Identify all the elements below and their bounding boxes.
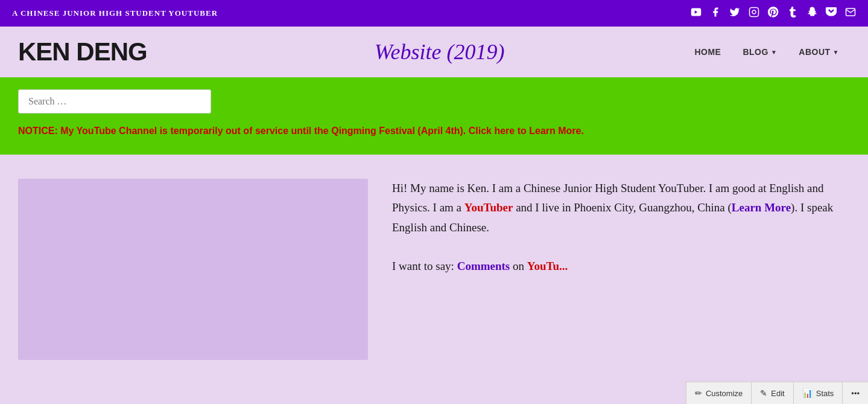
- site-header: KEN DENG Website (2019) HOME BLOG ▼ ABOU…: [0, 27, 868, 77]
- bottom-toolbar: ✏ Customize ✎ Edit 📊 Stats •••: [686, 382, 868, 384]
- nav-home[interactable]: HOME: [683, 42, 732, 62]
- email-icon[interactable]: [845, 7, 856, 21]
- top-bar: A CHINESE JUNIOR HIGH STUDENT YOUTUBER: [0, 0, 868, 27]
- snapchat-icon[interactable]: [806, 7, 817, 21]
- learn-more-link[interactable]: Learn More: [732, 201, 791, 214]
- stats-button[interactable]: 📊 Stats: [794, 382, 843, 384]
- bio-text-4: I want to say:: [392, 260, 457, 272]
- search-input[interactable]: [18, 89, 211, 114]
- bio-text: Hi! My name is Ken. I am a Chinese Junio…: [392, 179, 850, 360]
- profile-image: [18, 179, 368, 360]
- instagram-icon[interactable]: [749, 7, 759, 21]
- site-subtitle: Website (2019): [195, 39, 684, 65]
- social-icons: [691, 7, 856, 21]
- green-banner: NOTICE: My YouTube Channel is temporaril…: [0, 77, 868, 155]
- pocket-icon[interactable]: [826, 7, 837, 21]
- pinterest-icon[interactable]: [768, 7, 779, 21]
- bio-paragraph-1: Hi! My name is Ken. I am a Chinese Junio…: [392, 179, 850, 237]
- youtuber-link[interactable]: YouTuber: [464, 201, 513, 214]
- customize-button[interactable]: ✏ Customize: [686, 382, 752, 384]
- notice-text[interactable]: NOTICE: My YouTube Channel is temporaril…: [18, 126, 850, 136]
- bio-paragraph-2: I want to say: Comments on YouTu...: [392, 257, 850, 276]
- svg-rect-0: [750, 7, 759, 16]
- nav-about[interactable]: ABOUT ▼: [788, 42, 850, 62]
- comments-link[interactable]: Comments: [457, 260, 510, 272]
- blog-chevron-icon: ▼: [771, 49, 777, 56]
- tagline: A CHINESE JUNIOR HIGH STUDENT YOUTUBER: [12, 8, 218, 18]
- site-title: KEN DENG: [18, 37, 147, 66]
- tumblr-icon[interactable]: [787, 7, 798, 21]
- bio-text-2: and I live in Phoenix City, Guangzhou, C…: [513, 201, 731, 214]
- facebook-icon[interactable]: [710, 7, 721, 21]
- edit-button[interactable]: ✎ Edit: [752, 382, 793, 384]
- main-nav: HOME BLOG ▼ ABOUT ▼: [683, 42, 850, 62]
- more-button[interactable]: •••: [843, 383, 868, 385]
- about-chevron-icon: ▼: [833, 49, 839, 56]
- nav-blog[interactable]: BLOG ▼: [732, 42, 788, 62]
- twitter-icon[interactable]: [729, 7, 740, 21]
- youtube-link[interactable]: YouTu...: [527, 260, 568, 272]
- bio-text-5: on: [510, 260, 527, 272]
- content-area: Hi! My name is Ken. I am a Chinese Junio…: [0, 155, 868, 384]
- youtube-icon[interactable]: [691, 7, 702, 21]
